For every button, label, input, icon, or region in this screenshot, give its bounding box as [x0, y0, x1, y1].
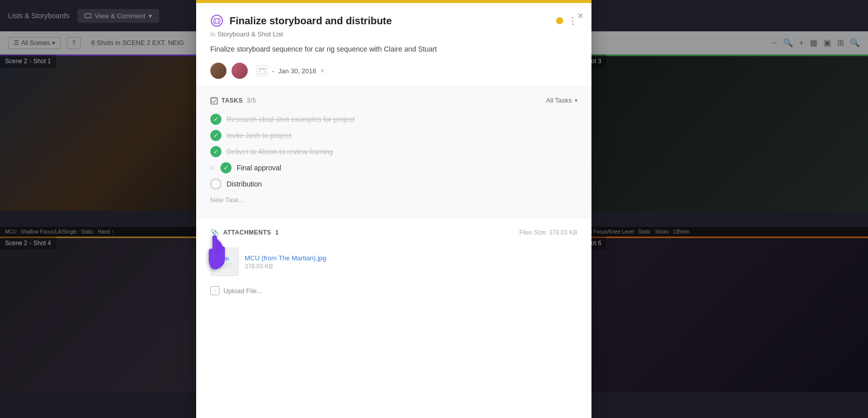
file-lines — [216, 263, 233, 268]
file-line-2 — [216, 265, 233, 266]
avatar-1[interactable] — [210, 63, 226, 79]
task-modal: Finalize storyboard and distribute ⋮ in … — [196, 0, 591, 418]
tasks-filter[interactable]: All Tasks ▾ — [546, 97, 577, 104]
upload-icon: ↑ — [210, 286, 219, 295]
modal-description: Finalize storyboard sequence for car rig… — [210, 44, 577, 55]
task-item-5: Distribution — [210, 176, 577, 192]
new-task-button[interactable]: New Task... — [210, 192, 577, 208]
date-area: - Jan 30, 2018 × — [257, 65, 325, 76]
paperclip-icon: 📎 — [210, 228, 219, 237]
file-type-badge: JPG — [218, 256, 231, 262]
attachments-label: ATTACHMENTS — [223, 229, 271, 236]
svg-rect-1 — [214, 19, 220, 23]
task-text-3: Deliver to Alison to review framing — [226, 148, 333, 156]
tasks-section: TASKS 3/5 All Tasks ▾ ✓ Research ideal s… — [196, 86, 591, 218]
modal-title-row: Finalize storyboard and distribute ⋮ — [210, 14, 577, 27]
file-name-1[interactable]: MCU (from The Martian).jpg — [245, 254, 327, 262]
upload-label: Upload File... — [223, 287, 262, 295]
task-check-1[interactable]: ✓ — [210, 114, 221, 125]
attachments-section: 📎 ATTACHMENTS 1 Files Size: 378.03 KB JP… — [196, 218, 591, 418]
file-line-1 — [216, 263, 233, 264]
svg-rect-8 — [211, 98, 217, 104]
task-check-2[interactable]: ✓ — [210, 130, 221, 141]
more-options-button[interactable]: ⋮ — [568, 15, 577, 26]
task-check-5[interactable] — [210, 178, 221, 190]
tasks-filter-chevron-icon: ▾ — [575, 98, 577, 103]
upload-file-button[interactable]: ↑ Upload File... — [210, 282, 577, 299]
files-size: Files Size: 378.03 KB — [519, 229, 577, 236]
task-item-4: ≡ ✓ Final approval — [210, 160, 577, 176]
storyboard-icon — [210, 14, 223, 27]
modal-meta-row: - Jan 30, 2018 × — [210, 63, 577, 79]
task-text-1: Research ideal shot examples for project — [226, 115, 355, 123]
attachment-item-1: JPG MCU (from The Martian).jpg 378.03 KB — [210, 244, 577, 280]
task-text-2: Invite Josh to project — [226, 131, 291, 140]
tasks-label: TASKS — [221, 97, 243, 104]
in-word: in — [210, 30, 215, 38]
svg-point-0 — [211, 15, 222, 26]
avatar-2[interactable] — [232, 63, 248, 79]
modal-title-text: Finalize storyboard and distribute — [230, 15, 392, 27]
storyboard-link[interactable]: Storyboard & Shot List — [217, 30, 283, 38]
calendar-icon — [257, 65, 268, 76]
task-drag-icon-4: ≡ — [210, 164, 214, 172]
attachment-info-1: MCU (from The Martian).jpg 378.03 KB — [245, 254, 327, 270]
tasks-section-title: TASKS 3/5 — [210, 97, 256, 104]
tasks-count: 3/5 — [247, 97, 256, 104]
due-date: Jan 30, 2018 — [278, 67, 316, 75]
task-check-4[interactable]: ✓ — [220, 162, 232, 173]
tasks-filter-label: All Tasks — [546, 97, 572, 104]
task-text-4: Final approval — [237, 164, 281, 172]
new-task-label: New Task... — [210, 196, 244, 204]
file-size-1: 378.03 KB — [245, 263, 327, 270]
modal-subtitle: in Storyboard & Shot List — [210, 30, 577, 38]
tasks-section-header: TASKS 3/5 All Tasks ▾ — [210, 97, 577, 104]
attachments-header: 📎 ATTACHMENTS 1 Files Size: 378.03 KB — [210, 228, 577, 237]
task-item-2: ✓ Invite Josh to project — [210, 127, 577, 144]
task-item-1: ✓ Research ideal shot examples for proje… — [210, 111, 577, 127]
task-item-3: ✓ Deliver to Alison to review framing — [210, 144, 577, 160]
tasks-icon — [210, 97, 217, 104]
attachment-thumbnail-1: JPG — [210, 248, 239, 276]
attachments-title: 📎 ATTACHMENTS 1 — [210, 228, 279, 237]
modal-title: Finalize storyboard and distribute — [210, 14, 392, 27]
task-text-5: Distribution — [226, 180, 262, 188]
modal-close-button[interactable]: × — [577, 10, 583, 22]
task-check-3[interactable]: ✓ — [210, 146, 221, 157]
date-separator: - — [272, 67, 274, 75]
modal-title-icons-right: ⋮ — [556, 15, 577, 26]
svg-rect-4 — [259, 68, 265, 74]
attachments-count: 1 — [276, 229, 279, 236]
status-dot[interactable] — [556, 17, 563, 24]
file-line-3 — [216, 267, 226, 268]
modal-header: Finalize storyboard and distribute ⋮ in … — [196, 3, 591, 86]
date-clear-button[interactable]: × — [321, 67, 325, 75]
